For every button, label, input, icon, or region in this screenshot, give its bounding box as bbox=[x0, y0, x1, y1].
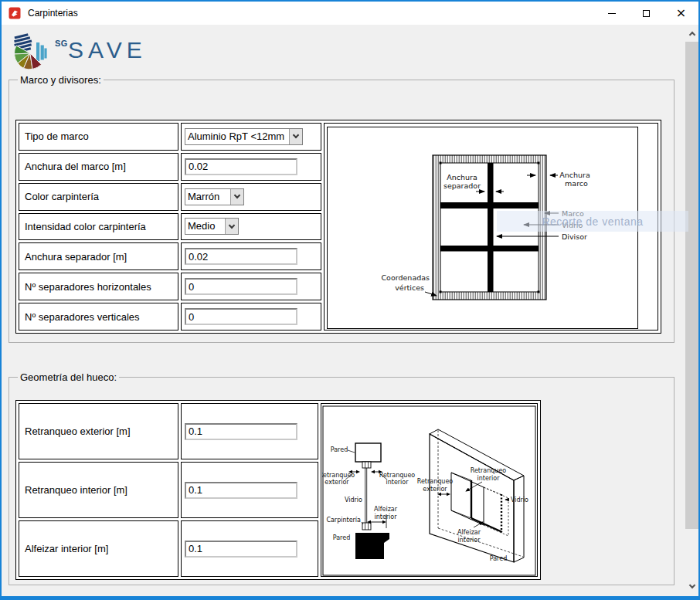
diagram-label: Vidrio bbox=[345, 497, 362, 503]
diagram-label: Vidrio bbox=[511, 497, 528, 503]
diagram-label: Retranqueo bbox=[379, 472, 416, 479]
vertical-scrollbar[interactable] bbox=[685, 25, 698, 595]
chevron-up-icon bbox=[688, 32, 695, 38]
diagram-label: Retranqueo bbox=[417, 478, 454, 485]
carpinterias-window: Carpinterias × bbox=[0, 0, 700, 600]
sketchup-app-icon bbox=[8, 7, 21, 19]
sg-save-logo-icon bbox=[11, 32, 49, 71]
field-label: Nº separadores verticales bbox=[19, 303, 178, 331]
field-label: Anchura del marco [m] bbox=[19, 153, 178, 181]
window-titlebar[interactable]: Carpinterias × bbox=[2, 2, 698, 25]
logo-save-text: SAVE bbox=[68, 39, 147, 62]
diagram-label: interior bbox=[477, 475, 500, 482]
close-button[interactable]: × bbox=[664, 2, 698, 25]
retranqueo-interior-input[interactable] bbox=[185, 482, 297, 499]
group-marco-legend: Marco y divisores: bbox=[18, 74, 104, 86]
diagram-label: Alfeizar bbox=[457, 529, 481, 536]
window-controls: × bbox=[594, 2, 698, 25]
hueco-diagram-cell: Pared Retranqueo exterior Retranqueo int… bbox=[321, 403, 538, 577]
diagram-label: Retranqueo bbox=[471, 467, 507, 474]
num-separadores-verticales-input[interactable] bbox=[185, 308, 297, 325]
chevron-down-icon bbox=[234, 192, 240, 198]
diagram-label: separador bbox=[443, 181, 481, 190]
maximize-icon bbox=[643, 10, 650, 17]
marco-diagram-cell: Anchura separador Anchura marco Marco Vi… bbox=[324, 123, 658, 331]
diagram-label: Vidrio bbox=[562, 221, 583, 229]
retranqueo-exterior-input[interactable] bbox=[185, 423, 297, 440]
field-label: Retranqueo exterior [m] bbox=[19, 403, 178, 459]
field-label: Alfeizar interior [m] bbox=[19, 520, 178, 577]
field-label: Retranqueo interior [m] bbox=[19, 462, 178, 518]
close-icon: × bbox=[676, 7, 686, 19]
diagram-label: Anchura bbox=[559, 171, 590, 179]
selected-value: Aluminio RpT <12mm bbox=[185, 129, 289, 144]
diagram-label: exterior bbox=[325, 479, 349, 486]
alfeizar-interior-input[interactable] bbox=[185, 541, 297, 558]
color-carpinteria-select[interactable]: Marrón bbox=[185, 188, 244, 205]
scroll-thumb[interactable] bbox=[685, 42, 698, 529]
chevron-down-icon bbox=[229, 222, 235, 229]
field-label: Tipo de marco bbox=[19, 123, 178, 151]
marco-table: Tipo de marco Aluminio RpT <12mm bbox=[15, 120, 661, 334]
intensidad-color-select[interactable]: Medio bbox=[185, 218, 239, 235]
minimize-icon bbox=[608, 13, 616, 14]
geometria-table: Retranqueo exterior [m] bbox=[15, 400, 541, 580]
field-label: Nº separadores horizontales bbox=[19, 273, 178, 300]
diagram-label: Coordenadas bbox=[381, 273, 430, 282]
diagram-label: Anchura bbox=[447, 173, 477, 181]
table-row: Retranqueo exterior [m] bbox=[19, 403, 538, 459]
diagram-label: Carpintería bbox=[326, 517, 361, 524]
table-row: Tipo de marco Aluminio RpT <12mm bbox=[19, 123, 658, 151]
diagram-label: interior bbox=[386, 479, 409, 486]
diagram-label: interior bbox=[457, 537, 481, 544]
dropdown-button[interactable] bbox=[230, 189, 243, 205]
maximize-button[interactable] bbox=[629, 2, 664, 25]
chevron-down-icon bbox=[293, 132, 299, 138]
diagram-label: Marco bbox=[562, 209, 584, 218]
num-separadores-horizontales-input[interactable] bbox=[185, 278, 297, 295]
hueco-geometry-diagram: Pared Retranqueo exterior Retranqueo int… bbox=[322, 405, 536, 576]
field-label: Intensidad color carpintería bbox=[19, 213, 178, 241]
dropdown-button[interactable] bbox=[289, 129, 302, 144]
diagram-label: Pared bbox=[331, 446, 348, 453]
field-label: Anchura separador [m] bbox=[19, 242, 178, 270]
diagram-label: marco bbox=[565, 179, 588, 188]
selected-value: Medio bbox=[185, 219, 225, 234]
anchura-marco-input[interactable] bbox=[185, 158, 297, 175]
dropdown-button[interactable] bbox=[225, 219, 238, 234]
scroll-down-button[interactable] bbox=[685, 580, 698, 593]
selected-value: Marrón bbox=[185, 189, 230, 205]
dialog-content: SG SAVE Marco y divisores: Tipo de marco… bbox=[2, 25, 698, 596]
diagram-label: Pared bbox=[333, 534, 350, 541]
logo-sg-text: SG bbox=[55, 39, 68, 48]
window-frame-diagram: Anchura separador Anchura marco Marco Vi… bbox=[326, 126, 639, 330]
field-label: Color carpintería bbox=[19, 183, 178, 211]
diagram-label: Alfeizar bbox=[374, 506, 398, 513]
group-geometria-legend: Geometría del hueco: bbox=[18, 371, 119, 383]
sg-save-logo: SG SAVE bbox=[11, 32, 147, 71]
tipo-de-marco-select[interactable]: Aluminio RpT <12mm bbox=[185, 128, 303, 145]
diagram-label: interior bbox=[374, 514, 397, 520]
chevron-down-icon bbox=[688, 582, 695, 588]
diagram-label: Retranqueo bbox=[322, 472, 355, 479]
scroll-up-button[interactable] bbox=[685, 27, 698, 40]
diagram-label: exterior bbox=[423, 486, 447, 493]
diagram-label: Pared bbox=[490, 555, 507, 562]
diagram-label: Divisor bbox=[562, 232, 587, 241]
diagram-label: vértices bbox=[395, 283, 424, 292]
minimize-button[interactable] bbox=[594, 2, 629, 25]
window-title: Carpinterias bbox=[28, 8, 78, 19]
anchura-separador-input[interactable] bbox=[185, 248, 297, 265]
